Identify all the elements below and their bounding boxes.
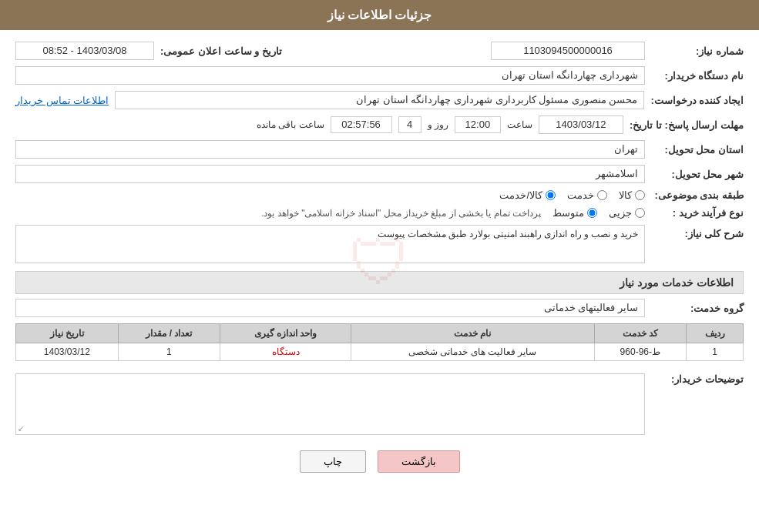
tabaqe-kala-label: کالا bbox=[619, 189, 632, 201]
navae-jezee-radio[interactable] bbox=[635, 208, 645, 218]
page-wrapper: جزئیات اطلاعات نیاز 🛡 شماره نیاز: 110309… bbox=[0, 0, 759, 532]
ostan-value: تهران bbox=[15, 140, 645, 159]
tabaqe-kala-radio[interactable] bbox=[635, 190, 645, 200]
navae-row: نوع فرآیند خرید : جزیی متوسط پرداخت تمام… bbox=[15, 207, 744, 219]
shahr-label: شهر محل تحویل: bbox=[651, 169, 744, 180]
cell-vahed: دستگاه bbox=[220, 343, 351, 361]
page-title: جزئیات اطلاعات نیاز bbox=[327, 8, 432, 22]
button-row: بازگشت چاپ bbox=[15, 450, 744, 473]
sharh-row: شرح کلی نیاز: خرید و نصب و راه اندازی را… bbox=[15, 225, 744, 263]
tabaqe-khedmat-item: خدمت bbox=[567, 189, 607, 201]
sharh-label: شرح کلی نیاز: bbox=[651, 225, 744, 239]
navae-motavaset-radio[interactable] bbox=[587, 208, 597, 218]
print-button[interactable]: چاپ bbox=[300, 450, 366, 473]
tosiyat-label: توضیحات خریدار: bbox=[651, 370, 744, 385]
cell-kod: ط-96-960 bbox=[594, 343, 686, 361]
tabaqe-khedmat-label: خدمت bbox=[567, 189, 594, 201]
ijad-row: ایجاد کننده درخواست: محسن منصوری مسئول ک… bbox=[15, 91, 744, 109]
navae-jezee-item: جزیی bbox=[609, 207, 645, 219]
table-header-row: ردیف کد خدمت نام خدمت واحد اندازه گیری ت… bbox=[16, 324, 744, 343]
tabaqe-kala-item: کالا bbox=[619, 189, 645, 201]
tabaqe-kala-khedmat-radio[interactable] bbox=[546, 190, 556, 200]
navae-jezee-label: جزیی bbox=[609, 207, 632, 219]
cell-radif: 1 bbox=[687, 343, 744, 361]
shomara-row: شماره نیاز: 1103094500000016 تاریخ و ساع… bbox=[15, 42, 744, 60]
mohlat-rooz-label: روز و bbox=[428, 119, 448, 130]
dastgah-value: شهرداری چهاردانگه استان تهران bbox=[15, 66, 645, 85]
mohlat-date: 1403/03/12 bbox=[539, 115, 623, 134]
ettelaat-tamas-link[interactable]: اطلاعات تماس خریدار bbox=[15, 95, 109, 106]
navae-radio-group: جزیی متوسط پرداخت تمام یا بخشی از مبلغ خ… bbox=[15, 207, 645, 219]
navae-note: پرداخت تمام یا بخشی از مبلغ خریداز محل "… bbox=[15, 208, 541, 219]
khedamat-section-header: اطلاعات خدمات مورد نیاز bbox=[15, 271, 744, 294]
mohlat-label: مهلت ارسال پاسخ: تا تاریخ: bbox=[630, 119, 744, 131]
mohlat-baqi-label: ساعت باقی مانده bbox=[257, 119, 324, 130]
shomara-value: 1103094500000016 bbox=[491, 42, 645, 60]
tabaqe-khedmat-radio[interactable] bbox=[597, 190, 607, 200]
goroh-label: گروه خدمت: bbox=[651, 303, 744, 314]
col-tedad: تعداد / مقدار bbox=[118, 324, 220, 343]
shomara-label: شماره نیاز: bbox=[651, 45, 744, 57]
mohlat-row: مهلت ارسال پاسخ: تا تاریخ: 1403/03/12 سا… bbox=[15, 115, 744, 134]
mohlat-saaat-label: ساعت bbox=[507, 119, 532, 130]
table-row: 1 ط-96-960 سایر فعالیت های خدماتی شخصی د… bbox=[16, 343, 744, 361]
services-table: ردیف کد خدمت نام خدمت واحد اندازه گیری ت… bbox=[15, 323, 744, 361]
navae-label: نوع فرآیند خرید : bbox=[651, 207, 744, 219]
mohlat-baqi-value: 02:57:56 bbox=[331, 116, 392, 133]
dastgah-row: نام دستگاه خریدار: شهرداری چهاردانگه است… bbox=[15, 66, 744, 85]
ijad-value: محسن منصوری مسئول کاربرداری شهرداری چهار… bbox=[115, 91, 644, 109]
tabaqe-kala-khedmat-item: کالا/خدمت bbox=[499, 189, 556, 201]
goroh-value: سایر فعالیتهای خدماتی bbox=[15, 299, 645, 317]
col-vahed: واحد اندازه گیری bbox=[220, 324, 351, 343]
tabaqe-row: طبقه بندی موضوعی: کالا خدمت کالا/خدمت bbox=[15, 189, 744, 201]
cell-nam: سایر فعالیت های خدماتی شخصی bbox=[351, 343, 595, 361]
col-tarikh: تاریخ نیاز bbox=[16, 324, 119, 343]
back-button[interactable]: بازگشت bbox=[378, 450, 460, 473]
dastgah-label: نام دستگاه خریدار: bbox=[651, 70, 744, 82]
col-radif: ردیف bbox=[687, 324, 744, 343]
shahr-value: اسلامشهر bbox=[15, 165, 645, 183]
tarikh-label: تاریخ و ساعت اعلان عمومی: bbox=[160, 45, 282, 57]
ostan-label: استان محل تحویل: bbox=[651, 144, 744, 156]
navae-motavaset-label: متوسط bbox=[552, 207, 584, 219]
tosiyat-row: توضیحات خریدار: ↙ bbox=[15, 370, 744, 435]
col-kod: کد خدمت bbox=[594, 324, 686, 343]
ostan-row: استان محل تحویل: تهران bbox=[15, 140, 744, 159]
shahr-row: شهر محل تحویل: اسلامشهر bbox=[15, 165, 744, 183]
tabaqe-radio-group: کالا خدمت کالا/خدمت bbox=[15, 189, 645, 201]
mohlat-rooz-value: 4 bbox=[398, 116, 421, 133]
cell-tedad: 1 bbox=[118, 343, 220, 361]
cell-tarikh: 1403/03/12 bbox=[16, 343, 119, 361]
tarikh-value: 1403/03/08 - 08:52 bbox=[15, 42, 154, 60]
sharh-value: خرید و نصب و راه اندازی راهبند امنیتی بو… bbox=[15, 225, 645, 263]
page-header: جزئیات اطلاعات نیاز bbox=[0, 0, 759, 30]
tabaqe-kala-khedmat-label: کالا/خدمت bbox=[499, 189, 542, 201]
navae-motavaset-item: متوسط bbox=[552, 207, 597, 219]
tabaqe-label: طبقه بندی موضوعی: bbox=[651, 189, 744, 201]
main-content: 🛡 شماره نیاز: 1103094500000016 تاریخ و س… bbox=[0, 30, 759, 496]
ijad-label: ایجاد کننده درخواست: bbox=[650, 95, 744, 106]
col-nam: نام خدمت bbox=[351, 324, 595, 343]
goroh-row: گروه خدمت: سایر فعالیتهای خدماتی bbox=[15, 299, 744, 317]
mohlat-saaat-value: 12:00 bbox=[455, 116, 501, 133]
tosiyat-value: ↙ bbox=[15, 373, 645, 435]
